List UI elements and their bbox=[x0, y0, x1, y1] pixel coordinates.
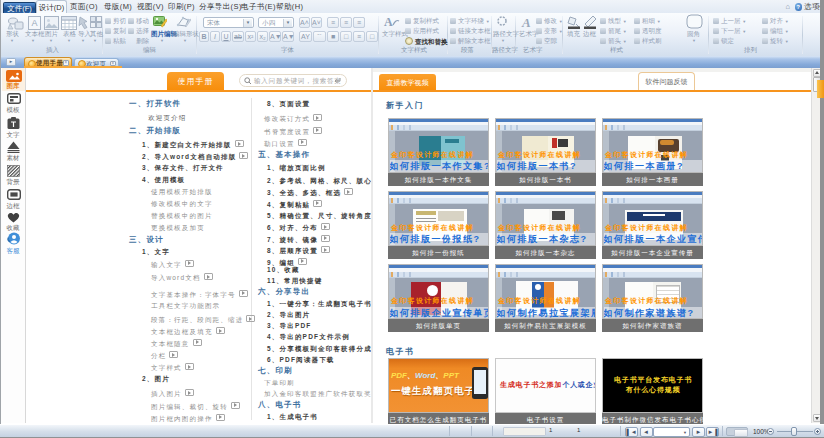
svg-text:A: A bbox=[521, 15, 531, 28]
svg-text:A: A bbox=[31, 18, 37, 28]
svg-text:A: A bbox=[384, 15, 393, 28]
